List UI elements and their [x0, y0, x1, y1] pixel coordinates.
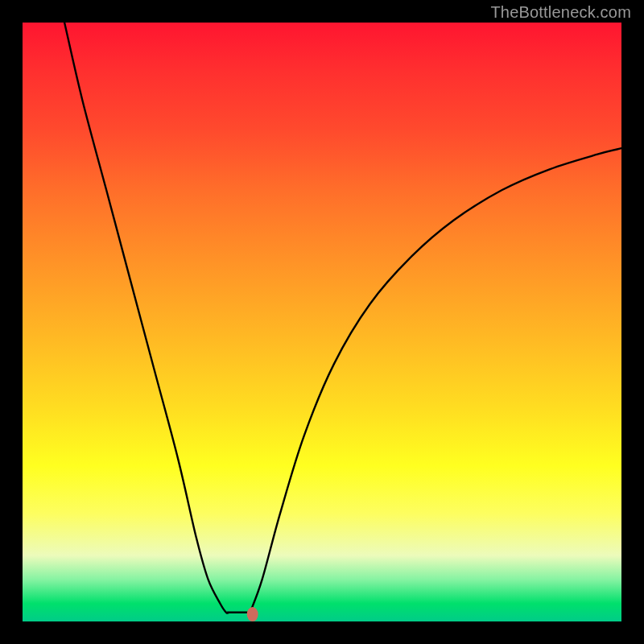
watermark-label: TheBottleneck.com	[490, 3, 631, 22]
optimum-marker-icon	[247, 607, 258, 621]
bottleneck-curve	[64, 23, 621, 615]
chart-frame: TheBottleneck.com	[0, 0, 644, 644]
chart-curve-layer	[23, 23, 621, 621]
